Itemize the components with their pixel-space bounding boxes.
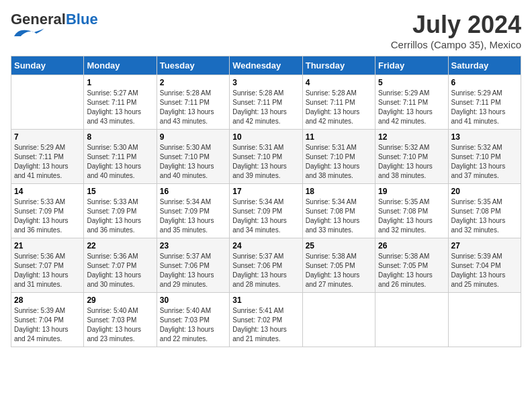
day-number: 27 [451,241,518,250]
day-number: 5 [378,78,445,87]
month-year-title: July 2024 [391,11,521,39]
day-number: 9 [160,132,226,142]
calendar-cell: 22Sunrise: 5:36 AMSunset: 7:07 PMDayligh… [84,238,157,293]
calendar-cell: 31Sunrise: 5:41 AMSunset: 7:02 PMDayligh… [230,293,302,347]
day-number: 14 [14,187,81,196]
weekday-header-saturday: Saturday [448,56,521,75]
calendar-cell: 18Sunrise: 5:34 AMSunset: 7:08 PMDayligh… [302,184,375,238]
calendar-cell: 29Sunrise: 5:40 AMSunset: 7:03 PMDayligh… [84,293,157,347]
calendar-cell: 27Sunrise: 5:39 AMSunset: 7:04 PMDayligh… [448,238,521,293]
calendar-cell [11,75,84,130]
calendar-table: SundayMondayTuesdayWednesdayThursdayFrid… [11,56,521,347]
calendar-cell: 2Sunrise: 5:28 AMSunset: 7:11 PMDaylight… [157,75,229,130]
weekday-header-tuesday: Tuesday [157,56,229,75]
calendar-cell: 30Sunrise: 5:40 AMSunset: 7:03 PMDayligh… [157,293,229,347]
day-info: Sunrise: 5:28 AMSunset: 7:11 PMDaylight:… [232,89,299,126]
logo: GeneralBlue [11,11,98,42]
location-subtitle: Cerrillos (Campo 35), Mexico [391,39,521,50]
calendar-cell [375,293,448,347]
weekday-header-row: SundayMondayTuesdayWednesdayThursdayFrid… [11,56,521,75]
day-number: 7 [14,132,81,142]
weekday-header-monday: Monday [84,56,157,75]
day-info: Sunrise: 5:38 AMSunset: 7:05 PMDaylight:… [306,252,372,289]
day-info: Sunrise: 5:33 AMSunset: 7:09 PMDaylight:… [87,197,153,235]
day-number: 24 [232,241,299,250]
calendar-cell: 5Sunrise: 5:29 AMSunset: 7:11 PMDaylight… [375,75,448,130]
calendar-cell: 17Sunrise: 5:34 AMSunset: 7:09 PMDayligh… [230,184,302,238]
calendar-cell: 7Sunrise: 5:29 AMSunset: 7:11 PMDaylight… [11,130,84,184]
weekday-header-sunday: Sunday [11,56,84,75]
calendar-cell: 3Sunrise: 5:28 AMSunset: 7:11 PMDaylight… [230,75,302,130]
day-number: 6 [451,78,518,87]
day-info: Sunrise: 5:32 AMSunset: 7:10 PMDaylight:… [451,143,518,181]
logo-general-text: General [11,11,66,28]
day-info: Sunrise: 5:29 AMSunset: 7:11 PMDaylight:… [451,89,518,126]
day-info: Sunrise: 5:34 AMSunset: 7:09 PMDaylight:… [160,197,226,235]
day-info: Sunrise: 5:30 AMSunset: 7:10 PMDaylight:… [160,143,226,181]
calendar-cell: 6Sunrise: 5:29 AMSunset: 7:11 PMDaylight… [448,75,521,130]
day-number: 8 [87,132,153,142]
calendar-cell: 9Sunrise: 5:30 AMSunset: 7:10 PMDaylight… [157,130,229,184]
day-info: Sunrise: 5:39 AMSunset: 7:04 PMDaylight:… [451,252,518,289]
calendar-cell: 26Sunrise: 5:38 AMSunset: 7:05 PMDayligh… [375,238,448,293]
day-number: 2 [160,78,226,87]
header: GeneralBlue July 2024 Cerrillos (Campo 3… [11,11,521,50]
day-info: Sunrise: 5:40 AMSunset: 7:03 PMDaylight:… [160,306,226,344]
calendar-cell: 15Sunrise: 5:33 AMSunset: 7:09 PMDayligh… [84,184,157,238]
day-number: 12 [378,132,445,142]
day-info: Sunrise: 5:28 AMSunset: 7:11 PMDaylight:… [160,89,226,126]
weekday-header-thursday: Thursday [302,56,375,75]
day-info: Sunrise: 5:32 AMSunset: 7:10 PMDaylight:… [378,143,445,181]
day-number: 11 [306,132,372,142]
day-info: Sunrise: 5:30 AMSunset: 7:11 PMDaylight:… [87,143,153,181]
day-info: Sunrise: 5:29 AMSunset: 7:11 PMDaylight:… [14,143,81,181]
day-info: Sunrise: 5:34 AMSunset: 7:08 PMDaylight:… [306,197,372,235]
calendar-week-row: 1Sunrise: 5:27 AMSunset: 7:11 PMDaylight… [11,75,521,130]
day-number: 16 [160,187,226,196]
day-number: 4 [306,78,372,87]
day-number: 25 [306,241,372,250]
calendar-cell: 14Sunrise: 5:33 AMSunset: 7:09 PMDayligh… [11,184,84,238]
day-number: 22 [87,241,153,250]
calendar-cell: 19Sunrise: 5:35 AMSunset: 7:08 PMDayligh… [375,184,448,238]
calendar-cell: 1Sunrise: 5:27 AMSunset: 7:11 PMDaylight… [84,75,157,130]
day-number: 28 [14,295,81,305]
weekday-header-wednesday: Wednesday [230,56,302,75]
title-area: July 2024 Cerrillos (Campo 35), Mexico [391,11,521,50]
calendar-week-row: 28Sunrise: 5:39 AMSunset: 7:04 PMDayligh… [11,293,521,347]
logo-bird-icon [11,27,44,39]
day-number: 21 [14,241,81,250]
day-info: Sunrise: 5:37 AMSunset: 7:06 PMDaylight:… [160,252,226,289]
day-info: Sunrise: 5:36 AMSunset: 7:07 PMDaylight:… [87,252,153,289]
calendar-cell [448,293,521,347]
calendar-cell: 23Sunrise: 5:37 AMSunset: 7:06 PMDayligh… [157,238,229,293]
logo-blue-text: Blue [66,11,98,28]
day-info: Sunrise: 5:29 AMSunset: 7:11 PMDaylight:… [378,89,445,126]
calendar-cell: 13Sunrise: 5:32 AMSunset: 7:10 PMDayligh… [448,130,521,184]
day-number: 10 [232,132,299,142]
day-number: 18 [306,187,372,196]
day-number: 26 [378,241,445,250]
day-number: 13 [451,132,518,142]
day-info: Sunrise: 5:38 AMSunset: 7:05 PMDaylight:… [378,252,445,289]
day-info: Sunrise: 5:31 AMSunset: 7:10 PMDaylight:… [232,143,299,181]
calendar-cell: 10Sunrise: 5:31 AMSunset: 7:10 PMDayligh… [230,130,302,184]
day-info: Sunrise: 5:35 AMSunset: 7:08 PMDaylight:… [451,197,518,235]
day-info: Sunrise: 5:35 AMSunset: 7:08 PMDaylight:… [378,197,445,235]
calendar-week-row: 7Sunrise: 5:29 AMSunset: 7:11 PMDaylight… [11,130,521,184]
day-number: 15 [87,187,153,196]
calendar-cell: 24Sunrise: 5:37 AMSunset: 7:06 PMDayligh… [230,238,302,293]
calendar-cell: 11Sunrise: 5:31 AMSunset: 7:10 PMDayligh… [302,130,375,184]
calendar-cell: 21Sunrise: 5:36 AMSunset: 7:07 PMDayligh… [11,238,84,293]
calendar-cell: 16Sunrise: 5:34 AMSunset: 7:09 PMDayligh… [157,184,229,238]
calendar-week-row: 14Sunrise: 5:33 AMSunset: 7:09 PMDayligh… [11,184,521,238]
calendar-cell: 28Sunrise: 5:39 AMSunset: 7:04 PMDayligh… [11,293,84,347]
day-number: 20 [451,187,518,196]
day-info: Sunrise: 5:36 AMSunset: 7:07 PMDaylight:… [14,252,81,289]
day-number: 1 [87,78,153,87]
day-info: Sunrise: 5:27 AMSunset: 7:11 PMDaylight:… [87,89,153,126]
day-number: 29 [87,295,153,305]
calendar-week-row: 21Sunrise: 5:36 AMSunset: 7:07 PMDayligh… [11,238,521,293]
day-number: 3 [232,78,299,87]
calendar-cell: 8Sunrise: 5:30 AMSunset: 7:11 PMDaylight… [84,130,157,184]
